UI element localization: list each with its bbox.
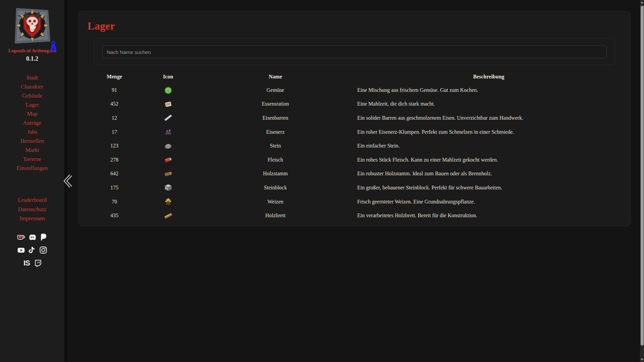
name-cell: Gemüse xyxy=(195,83,356,97)
description-cell: Ein einfacher Stein. xyxy=(356,139,622,153)
youtube-link[interactable] xyxy=(17,246,25,254)
discord-link[interactable] xyxy=(28,233,37,241)
twitch-link[interactable] xyxy=(34,259,42,267)
table-row: 175 Steinblock Ein großer, behauener Ste… xyxy=(88,181,622,195)
table-row: 91 Gemüse Eine Mischung aus frischem Gem… xyxy=(88,83,622,97)
vegetable-icon xyxy=(164,85,173,95)
description-cell: Ein roher Eisenerz-Klumpen. Perfekt zum … xyxy=(356,125,622,139)
sidebar-item-jobs[interactable]: Jobs xyxy=(0,127,64,136)
sidebar-item-gebaeude[interactable]: Gebäude xyxy=(0,91,64,100)
patreon-icon xyxy=(39,233,48,241)
storage-table: Menge Icon Name Beschreibung 91 xyxy=(88,70,622,223)
plank-icon xyxy=(164,211,173,220)
table-row: 435 Holzbrett Ein verarbeitetes Holzbret… xyxy=(88,208,622,223)
instagram-link[interactable] xyxy=(39,246,48,254)
amount-cell: 175 xyxy=(88,181,141,195)
twitch-icon xyxy=(34,259,42,267)
sidebar-footer-links: Leaderboard Datenschutz Impressum xyxy=(0,195,64,223)
sidebar: Legends of Arthengard 0.1.2 Stadt Charak… xyxy=(0,0,67,362)
description-cell: Ein rohes Stück Fleisch. Kann zu einer M… xyxy=(356,153,622,167)
social-links: IS xyxy=(0,233,64,267)
chevron-left-icon xyxy=(61,172,75,190)
description-cell: Eine Mischung aus frischem Gemüse. Gut z… xyxy=(356,83,622,97)
name-cell: Holzstamm xyxy=(195,167,356,181)
name-cell: Steinblock xyxy=(195,181,356,195)
scrollbar-down-arrow[interactable] xyxy=(640,357,644,362)
wheat-icon xyxy=(164,197,173,206)
sidebar-item-einstellungen[interactable]: Einstellungen xyxy=(0,164,64,173)
app-logo[interactable] xyxy=(11,5,53,47)
table-row: 642 Holzstamm Ein robuster Holzsta xyxy=(88,167,622,181)
kofi-link[interactable] xyxy=(17,233,25,241)
search-input[interactable] xyxy=(102,46,607,58)
description-cell: Eine Mahlzeit, die dich stark macht. xyxy=(356,97,622,111)
description-cell: Ein robuster Holzstamm. Ideal zum Bauen … xyxy=(356,167,622,181)
table-row: 70 Weizen xyxy=(88,195,622,209)
amount-cell: 642 xyxy=(88,167,141,181)
sidebar-item-lager[interactable]: Lager xyxy=(0,100,64,109)
header-beschreibung: Beschreibung xyxy=(356,70,622,83)
iron-bar-icon xyxy=(164,113,173,122)
vertical-scrollbar[interactable] xyxy=(640,0,644,362)
sidebar-item-datenschutz[interactable]: Datenschutz xyxy=(0,205,64,214)
sidebar-item-autraege[interactable]: Auträge xyxy=(0,118,64,127)
sidebar-item-markt[interactable]: Markt xyxy=(0,145,64,155)
sidebar-item-herstellen[interactable]: Herstellen xyxy=(0,136,64,145)
amount-cell: 17 xyxy=(88,125,141,139)
table-row: 17 Eisenerz Ein roher Eisenerz-Klumpen. … xyxy=(88,125,622,139)
name-cell: Weizen xyxy=(195,195,356,209)
table-row: 123 Stein Ein einfacher Stein. xyxy=(88,139,622,153)
stone-icon xyxy=(164,141,173,150)
main-content: Lager Menge Icon Name Beschreibung 91 xyxy=(70,0,640,362)
storage-card: Lager Menge Icon Name Beschreibung 91 xyxy=(78,11,631,226)
sidebar-collapse-button[interactable] xyxy=(61,172,75,190)
amount-cell: 123 xyxy=(88,139,141,153)
table-row: 452 Essensration Eine Mahlzeit, die dich… xyxy=(88,97,622,111)
discord-icon xyxy=(28,233,37,241)
sidebar-item-taverne[interactable]: Taverne xyxy=(0,155,64,164)
instagram-icon xyxy=(39,246,48,254)
sidebar-item-impressum[interactable]: Impressum xyxy=(0,214,64,223)
name-cell: Essensration xyxy=(195,97,356,111)
sidebar-nav: Stadt Charakter Gebäude Lager Map Auträg… xyxy=(0,73,64,173)
iron-ore-icon xyxy=(164,127,173,136)
description-cell: Ein solider Barren aus geschmolzenem Eis… xyxy=(356,111,622,125)
meat-icon xyxy=(164,155,173,164)
description-cell: Ein großer, behauener Steinblock. Perfek… xyxy=(356,181,622,195)
app-version: 0.1.2 xyxy=(0,55,64,62)
header-name: Name xyxy=(195,70,356,83)
tiktok-link[interactable] xyxy=(28,246,37,254)
amount-cell: 278 xyxy=(88,153,141,167)
description-cell: Frisch geernteter Weizen. Eine Grundnahr… xyxy=(356,195,622,209)
amount-cell: 91 xyxy=(88,83,141,97)
scrollbar-thumb[interactable] xyxy=(641,6,644,346)
table-header-row: Menge Icon Name Beschreibung xyxy=(88,70,622,83)
sidebar-item-map[interactable]: Map xyxy=(0,109,64,118)
name-cell: Fleisch xyxy=(195,153,356,167)
kofi-icon xyxy=(17,233,25,241)
sidebar-item-stadt[interactable]: Stadt xyxy=(0,73,64,82)
log-icon xyxy=(164,169,173,178)
scrollbar-up-arrow[interactable] xyxy=(640,0,644,5)
amount-cell: 435 xyxy=(88,208,141,223)
amount-cell: 70 xyxy=(88,195,141,209)
tiktok-icon xyxy=(28,246,37,254)
amount-cell: 452 xyxy=(88,97,141,111)
patreon-link[interactable] xyxy=(39,233,48,241)
name-cell: Eisenerz xyxy=(195,125,356,139)
stone-block-icon xyxy=(164,183,173,192)
search-panel xyxy=(94,38,615,65)
ration-icon xyxy=(164,100,173,109)
name-cell: Stein xyxy=(195,139,356,153)
name-cell: Eisenbarren xyxy=(195,111,356,125)
sidebar-item-leaderboard[interactable]: Leaderboard xyxy=(0,195,64,205)
header-menge: Menge xyxy=(88,70,141,83)
header-icon: Icon xyxy=(141,70,195,83)
sidebar-item-charakter[interactable]: Charakter xyxy=(0,82,64,91)
description-cell: Ein verarbeitetes Holzbrett. Bereit für … xyxy=(356,208,622,223)
is-link[interactable]: IS xyxy=(22,259,31,267)
table-row: 12 Eisenbarren Ein solider Barren aus ge… xyxy=(88,111,622,125)
is-logo: IS xyxy=(23,259,30,267)
blue-ribbon-icon xyxy=(49,40,58,53)
name-cell: Holzbrett xyxy=(195,208,356,223)
